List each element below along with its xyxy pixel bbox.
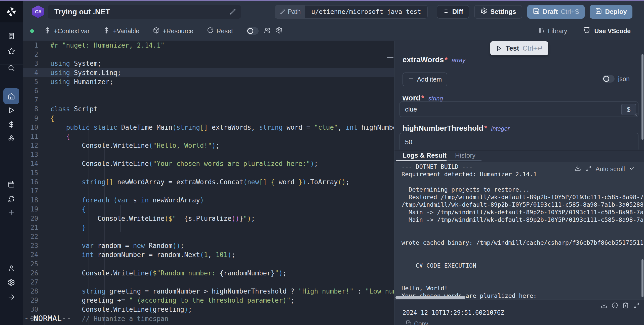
code-line-13[interactable]: 13 [23, 150, 394, 159]
line-number: 10 [23, 123, 38, 132]
sidebar-item-favorites[interactable] [3, 43, 19, 59]
add-context-var-button[interactable]: +Context var [44, 27, 90, 35]
result-info-button[interactable] [612, 302, 618, 310]
code-line-19[interactable]: 19 { [23, 205, 394, 214]
code-line-8[interactable]: 8class Script [23, 104, 394, 114]
draft-button[interactable]: Draft Ctrl+S [527, 5, 585, 19]
code-text: Console.WriteLine($"Random number: {rand… [50, 269, 287, 278]
diff-button[interactable]: Diff [437, 5, 469, 19]
json-toggle[interactable] [602, 75, 615, 83]
line-number: 6 [23, 86, 38, 95]
tab-logs-result[interactable]: Logs & Result [403, 152, 447, 159]
settings-button[interactable]: Settings [474, 5, 522, 19]
code-line-22[interactable]: 22 [23, 232, 394, 241]
library-button[interactable]: Library [538, 27, 567, 35]
code-line-4[interactable]: 4using System.Linq; [23, 68, 394, 77]
code-line-26[interactable]: 26 Console.WriteLine($"Random number: {r… [23, 269, 394, 278]
editor-settings-button[interactable] [276, 27, 283, 35]
windmill-logo[interactable] [0, 1, 23, 22]
log-panel[interactable]: --- DOTNET BUILD --- Requirement detecte… [394, 162, 644, 300]
code-line-7[interactable]: 7 [23, 95, 394, 104]
add-variable-button[interactable]: +Variable [103, 27, 139, 35]
code-line-10[interactable]: 10 public static DateTime Main(string[] … [23, 123, 394, 132]
code-line-30[interactable]: 30 Console.WriteLine(greeting); [23, 305, 394, 314]
download-logs-button[interactable] [575, 165, 581, 173]
script-title-field[interactable]: Trying out .NET [48, 5, 241, 19]
copy-row[interactable]: Copy [406, 320, 428, 325]
use-vscode-button[interactable]: Use VScode [583, 26, 631, 35]
log-scrollbar[interactable] [641, 259, 643, 297]
log-horizontal-scrollbar[interactable] [395, 296, 465, 299]
reset-button[interactable]: Reset [207, 27, 233, 35]
sidebar-item-add[interactable] [3, 204, 19, 220]
code-line-14[interactable]: 14 Console.WriteLine("Your chosen words … [23, 159, 394, 168]
code-line-6[interactable]: 6 [23, 86, 394, 95]
sidebar-item-workspace[interactable] [3, 28, 19, 44]
code-text: var timespan = TimeSpan.FromMinutes(90); [50, 323, 239, 325]
code-line-2[interactable]: 2 [23, 50, 394, 59]
resize-handle[interactable] [634, 112, 637, 116]
panel-scrollbar[interactable] [641, 54, 643, 140]
tab-history[interactable]: History [455, 152, 475, 159]
code-editor[interactable]: 1#r "nuget: Humanizer, 2.14.1"23using Sy… [23, 41, 394, 325]
star-icon [8, 47, 15, 55]
code-line-21[interactable]: 21 } [23, 223, 394, 232]
highnumberthreshold-input[interactable]: 50 [399, 133, 638, 151]
code-line-20[interactable]: 20 Console.WriteLine($" {s.Pluralize()}"… [23, 214, 394, 223]
code-line-15[interactable]: 15 [23, 168, 394, 177]
code-line-16[interactable]: 16 string[] newWordArray = extraWords.Co… [23, 177, 394, 187]
expand-result-button[interactable] [633, 302, 639, 310]
code-text: using Humanizer; [50, 77, 113, 86]
sidebar-item-variables[interactable] [3, 116, 19, 132]
sidebar-item-search[interactable] [3, 60, 19, 76]
path-label-section[interactable]: Path [275, 6, 305, 18]
code-line-17[interactable]: 17 [23, 187, 394, 196]
code-line-31[interactable]: 31 // Humanize a timespan [23, 314, 394, 323]
add-resource-button[interactable]: +Resource [153, 27, 193, 35]
code-line-3[interactable]: 3using System; [23, 59, 394, 68]
sidebar-divider [0, 64, 23, 64]
code-line-24[interactable]: 24 int randomNumber = random.Next(1, 101… [23, 250, 394, 259]
expand-logs-button[interactable] [585, 165, 591, 173]
line-number: 14 [23, 159, 38, 168]
sidebar-item-workspace-settings[interactable] [3, 274, 19, 291]
plus-icon [408, 76, 414, 82]
assistant-toggle[interactable] [247, 27, 259, 35]
copy-result-button[interactable] [622, 302, 629, 310]
code-line-25[interactable]: 25 [23, 260, 394, 269]
code-line-29[interactable]: 29 greeting += " (according to the thres… [23, 296, 394, 305]
download-result-button[interactable] [601, 302, 607, 310]
sidebar-item-account[interactable] [3, 260, 19, 276]
splitter-handle[interactable] [387, 57, 393, 58]
boxes-icon [8, 135, 15, 142]
word-input[interactable]: clue $ [399, 101, 638, 117]
collaborators-button[interactable] [264, 27, 271, 35]
code-line-18[interactable]: 18 foreach (var s in newWordArray) [23, 196, 394, 205]
code-text: var random = new Random(); [50, 241, 184, 250]
code-text: } [50, 223, 86, 232]
path-control[interactable]: Path u/etienne/microsoft_java_test [275, 5, 428, 19]
add-item-button[interactable]: Add item [403, 73, 447, 86]
code-line-1[interactable]: 1#r "nuget: Humanizer, 2.14.1" [23, 41, 394, 50]
line-number: 23 [23, 241, 38, 250]
gear-icon [480, 7, 487, 14]
sidebar-item-home[interactable] [3, 88, 19, 104]
code-line-23[interactable]: 23 var random = new Random(); [23, 241, 394, 250]
line-number: 26 [23, 269, 38, 278]
code-line-12[interactable]: 12 Console.WriteLine("Hello, World!"); [23, 141, 394, 150]
sidebar-item-resources[interactable] [3, 130, 19, 147]
sidebar-item-schedules[interactable] [3, 176, 19, 192]
code-line-11[interactable]: 11 { [23, 132, 394, 141]
line-number: 9 [23, 114, 38, 123]
code-line-32[interactable]: 32 var timespan = TimeSpan.FromMinutes(9… [23, 323, 394, 325]
test-button[interactable]: Test Ctrl+↵ [490, 41, 548, 55]
sidebar-item-expand-sidebar[interactable] [3, 289, 19, 305]
code-line-5[interactable]: 5using Humanizer; [23, 77, 394, 86]
deploy-button[interactable]: Deploy [590, 5, 632, 19]
sidebar-item-runs[interactable] [3, 102, 19, 118]
header-actions: Diff Settings Draft Ctrl+S Deploy [437, 5, 632, 19]
code-line-28[interactable]: 28 string greeting = randomNumber > high… [23, 287, 394, 296]
code-line-9[interactable]: 9{ [23, 114, 394, 123]
autoscroll-checkbox[interactable] [629, 165, 635, 173]
code-line-27[interactable]: 27 [23, 278, 394, 287]
